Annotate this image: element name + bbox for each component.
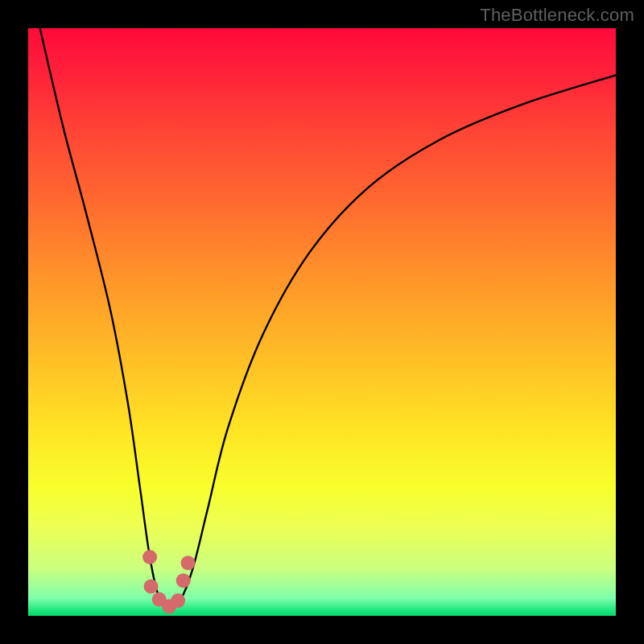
curve-marker (144, 580, 159, 594)
curve-marker (142, 550, 157, 564)
curve-path (40, 28, 616, 607)
plot-area (28, 28, 616, 616)
curve-svg (28, 28, 616, 616)
curve-marker (181, 555, 196, 570)
chart-container: TheBottleneck.com (0, 0, 644, 644)
curve-marker (171, 593, 185, 608)
curve-markers (142, 550, 195, 613)
curve-marker (176, 573, 191, 588)
watermark-text: TheBottleneck.com (480, 5, 634, 26)
